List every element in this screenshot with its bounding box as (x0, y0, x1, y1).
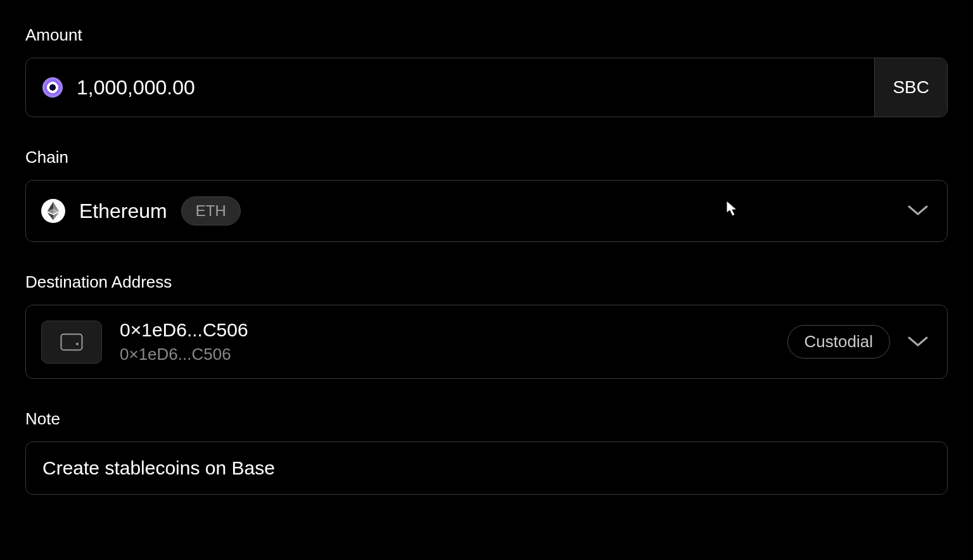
amount-input-area[interactable] (26, 58, 874, 117)
custodial-badge: Custodial (787, 325, 890, 359)
wallet-icon (60, 333, 83, 351)
chevron-down-icon (908, 205, 928, 217)
address-main: 0×1eD6...C506 (120, 319, 248, 341)
sbc-token-icon (42, 77, 63, 98)
currency-badge: SBC (874, 58, 947, 117)
address-stack: 0×1eD6...C506 0×1eD6...C506 (120, 319, 248, 364)
note-input[interactable] (42, 457, 931, 479)
address-sub: 0×1eD6...C506 (120, 345, 248, 364)
destination-label: Destination Address (25, 272, 948, 292)
chain-field: Chain Ethereum ETH (25, 148, 948, 242)
amount-input[interactable] (77, 76, 858, 99)
chain-ticker-pill: ETH (181, 196, 241, 226)
amount-label: Amount (25, 25, 948, 45)
chevron-down-icon (908, 336, 928, 348)
chain-selector[interactable]: Ethereum ETH (25, 180, 948, 242)
note-input-row[interactable] (25, 442, 948, 495)
destination-selector[interactable]: 0×1eD6...C506 0×1eD6...C506 Custodial (25, 305, 948, 379)
svg-point-2 (76, 343, 79, 345)
amount-field: Amount SBC (25, 25, 948, 117)
note-field: Note (25, 409, 948, 495)
svg-rect-1 (61, 334, 82, 350)
amount-input-row: SBC (25, 58, 948, 117)
wallet-icon-box (41, 321, 102, 364)
chain-name: Ethereum (79, 200, 167, 223)
chain-label: Chain (25, 148, 948, 167)
destination-field: Destination Address 0×1eD6...C506 0×1eD6… (25, 272, 948, 379)
note-label: Note (25, 409, 948, 429)
ethereum-icon (41, 199, 65, 223)
